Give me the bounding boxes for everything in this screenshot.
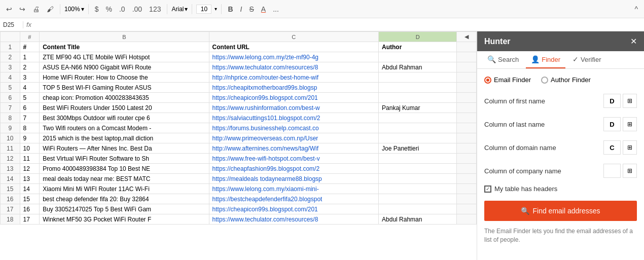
author-finder-radio[interactable] [541, 77, 548, 84]
font-color-button[interactable]: A [259, 4, 268, 14]
decimal-less-button[interactable]: .0 [117, 4, 127, 14]
verifier-tab-icon: ✓ [573, 55, 579, 63]
row-header: 3 [1, 62, 20, 72]
table-row: 17 [20, 214, 40, 225]
separator-2 [88, 4, 89, 14]
table-row [457, 52, 477, 62]
separator-1 [60, 4, 60, 14]
table-row: ZTE MF90 4G LTE Mobile WiFi Hotspot [40, 52, 209, 62]
grid-button-last_name[interactable]: ⊞ [623, 117, 637, 131]
print-button[interactable]: 🖨 [30, 4, 42, 14]
corner-header [1, 32, 20, 42]
font-chevron-icon: ▾ [185, 6, 188, 13]
find-email-button[interactable]: 🔍 Find email addresses [484, 201, 637, 221]
field-label-company_name: Column of company name [484, 167, 603, 175]
col-input-last_name[interactable] [603, 117, 621, 131]
panel-tabs: 🔍 Search 👤 Finder ✓ Verifier [477, 51, 644, 69]
table-row: meal deals today near me: BEST MATC [40, 174, 209, 184]
table-row: https://forums.businesshelp.comcast.co [209, 123, 378, 133]
finder-tab-label: Finder [542, 56, 560, 63]
headers-checkbox[interactable] [484, 185, 491, 193]
table-row [457, 133, 477, 143]
field-controls-company_name: ⊞ [603, 164, 637, 178]
redo-button[interactable]: ↪ [17, 4, 27, 14]
table-row: 12 [20, 164, 40, 174]
table-row [457, 83, 477, 93]
table-row: https://bestcheapdefenderfifa20.blogspot [209, 194, 378, 204]
spreadsheet: # B C D ◀ 1 # Content Title Content URL … [0, 31, 477, 260]
zoom-chevron-icon: ▾ [81, 6, 84, 13]
table-row: 4 [20, 83, 40, 93]
table-row [379, 164, 457, 174]
table-row: 10 [20, 143, 40, 154]
field-label-last_name: Column of last name [484, 121, 603, 128]
tab-verifier[interactable]: ✓ Verifier [567, 51, 606, 68]
panel-close-button[interactable]: ✕ [630, 36, 637, 46]
bold-button[interactable]: B [226, 4, 235, 14]
col-header-c[interactable]: C [209, 32, 378, 42]
table-row: https://www.techulator.com/resources/8 [209, 214, 378, 225]
grid-button-company_name[interactable]: ⊞ [623, 164, 637, 178]
table-row: Two Wifi routers on a Comcast Modem - [40, 123, 209, 133]
col-header-e[interactable]: ◀ [457, 32, 477, 42]
table-row: 5 [20, 93, 40, 103]
col-input-first_name[interactable] [603, 94, 621, 108]
col-header-d[interactable]: D [379, 32, 457, 42]
col-header-b[interactable]: B [40, 32, 209, 42]
col-input-domain_name[interactable] [603, 140, 621, 155]
italic-button[interactable]: I [238, 4, 244, 14]
table-row: Best 300Mbps Outdoor wifi router cpe 6 [40, 113, 209, 123]
table-row: Best WiFi Routers Under 1500 Latest 20 [40, 103, 209, 113]
search-tab-label: Search [498, 56, 519, 63]
col-header-a[interactable]: # [20, 32, 40, 42]
table-row [457, 93, 477, 103]
table-row [379, 113, 457, 123]
table-row [379, 83, 457, 93]
panel-header: Hunter ✕ [477, 31, 644, 51]
table-row: https://www.lelong.com.my/zte-mf90-4g [209, 52, 378, 62]
font-selector[interactable]: Arial ▾ [171, 6, 188, 13]
hunter-panel: Hunter ✕ 🔍 Search 👤 Finder ✓ Verifier [477, 31, 644, 260]
tab-search[interactable]: 🔍 Search [482, 51, 524, 68]
strikethrough-button[interactable]: S [247, 4, 256, 14]
sheet-scroll[interactable]: # B C D ◀ 1 # Content Title Content URL … [0, 31, 477, 260]
email-finder-radio[interactable] [484, 77, 491, 84]
tab-finder[interactable]: 👤 Finder [526, 51, 565, 68]
table-row [379, 123, 457, 133]
percent-button[interactable]: % [104, 4, 114, 14]
table-row: https://www.lelong.com.my/xiaomi-mini- [209, 184, 378, 194]
email-finder-label: Email Finder [494, 76, 531, 84]
table-row: 3 [20, 72, 40, 83]
zoom-control[interactable]: 100% ▾ [64, 6, 84, 13]
zoom-label: 100% [64, 6, 80, 13]
author-finder-option[interactable]: Author Finder [541, 76, 591, 84]
row-header: 5 [1, 83, 20, 93]
email-finder-option[interactable]: Email Finder [484, 76, 531, 84]
table-row: 16 [20, 204, 40, 214]
table-row: 2 [20, 62, 40, 72]
currency-button[interactable]: $ [93, 4, 101, 14]
table-row [457, 113, 477, 123]
table-row: http://www.primeoverseas.com.np/User [209, 133, 378, 143]
font-size-input[interactable] [196, 5, 211, 14]
number-format-button[interactable]: 123 [147, 4, 163, 14]
grid-button-domain_name[interactable]: ⊞ [623, 140, 637, 155]
paint-button[interactable]: 🖌 [45, 4, 56, 14]
table-row [379, 184, 457, 194]
col-input-company_name[interactable] [603, 164, 621, 178]
headers-checkbox-row: My table has headers [484, 185, 637, 193]
undo-button[interactable]: ↩ [4, 4, 14, 14]
row-header: 18 [1, 214, 20, 225]
row-header: 13 [1, 164, 20, 174]
form-row-first_name: Column of first name ⊞ [484, 92, 637, 110]
field-controls-domain_name: ⊞ [603, 140, 637, 155]
grid-button-first_name[interactable]: ⊞ [623, 94, 637, 108]
finder-tab-icon: 👤 [531, 55, 540, 63]
table-row: # [20, 42, 40, 52]
table-row: Xiaomi Mini Mi WIFI Router 11AC Wi-Fi [40, 184, 209, 194]
table-row: 8 [20, 123, 40, 133]
more-button[interactable]: ... [271, 4, 281, 14]
spreadsheet-table: # B C D ◀ 1 # Content Title Content URL … [0, 31, 477, 225]
decimal-more-button[interactable]: .00 [130, 4, 144, 14]
collapse-button[interactable]: ^ [632, 4, 640, 14]
